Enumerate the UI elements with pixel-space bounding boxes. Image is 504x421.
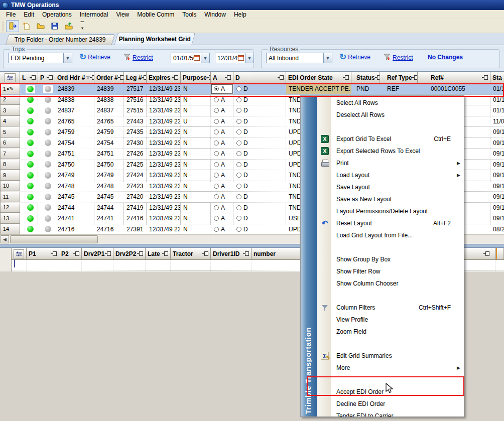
pin-column-icon[interactable] [172,75,178,80]
column-header[interactable]: P2 [59,248,82,260]
menubar-item[interactable]: View [112,11,133,19]
decline-radio[interactable]: D [233,127,286,137]
accept-radio[interactable]: A [211,170,233,181]
decline-radio[interactable]: D [233,192,286,202]
decline-radio[interactable]: D [233,181,286,192]
pin-column-icon[interactable] [202,251,208,256]
pin-column-icon[interactable] [375,75,380,80]
toolbar-overflow-button[interactable]: ▔▾ [79,22,86,30]
row-header[interactable]: 14 [0,224,20,235]
scroll-left-arrow[interactable]: ◀ [1,235,9,243]
decline-radio[interactable]: D [233,170,286,181]
menu-item[interactable]: Save Layout ▶ [317,181,464,193]
decline-radio[interactable]: D [233,224,286,235]
row-header[interactable]: 4 [0,116,20,127]
menu-item[interactable]: Select All Rows ▶ [317,97,464,109]
resources-filter-combo[interactable]: All Inbound▼ [266,53,332,63]
menu-item[interactable]: Column Filters Ctrl+Shift+F ▶ [317,302,464,314]
column-header[interactable]: Leg # ▽ [124,72,147,84]
menu-item[interactable]: Export Selected Rows To Excel ▶ [317,145,464,157]
pin-column-icon[interactable] [243,251,249,256]
column-header[interactable]: P ▽ [38,72,55,84]
menubar-item[interactable]: Operations [38,11,76,19]
trips-filter-combo[interactable]: EDI Pending▼ [8,53,72,63]
accept-radio[interactable]: A [211,105,233,116]
pin-column-icon[interactable] [137,251,143,256]
menubar-item[interactable]: Help [230,11,250,19]
menu-item[interactable]: Load Grid Layout from File... ▶ [317,229,464,241]
pin-column-icon[interactable] [90,75,95,80]
pin-column-icon[interactable] [207,75,211,80]
column-header[interactable]: EDI Order State ▽ [286,72,351,84]
new-row-header[interactable] [12,260,27,270]
pin-column-icon[interactable] [482,75,488,80]
tab-trip-folder[interactable]: Trip Folder - Order Number 24839 [6,34,115,45]
menu-item[interactable]: Export Grid To Excel Ctrl+E ▶ [317,133,464,145]
menubar-item[interactable]: Intermodal [76,11,112,19]
row-header[interactable]: 3 [0,105,20,116]
exit-button[interactable] [6,20,19,32]
row-header[interactable]: 6 [0,138,20,149]
column-header[interactable]: Expires ▽ [147,72,181,84]
column-header[interactable]: Late [146,248,171,260]
resources-retrieve-link[interactable]: Retrieve [348,54,370,61]
trips-retrieve-link[interactable]: Retrieve [88,54,110,61]
pin-column-icon[interactable] [483,251,489,256]
decline-radio[interactable]: D [233,138,286,149]
column-header[interactable]: D ▽ [233,72,286,84]
decline-radio[interactable]: D [233,84,286,94]
pin-column-icon[interactable] [47,75,53,80]
menu-item[interactable]: Decline EDI Order ▶ [317,398,464,410]
column-header[interactable]: Order # ▽ [94,72,124,84]
column-header[interactable]: A ▽ [211,72,233,84]
pin-column-icon[interactable] [142,75,147,80]
row-header[interactable]: 7 [0,149,20,159]
accept-radio[interactable]: A [211,192,233,202]
row-header[interactable]: 1▸✎ [0,84,20,94]
export-button[interactable] [62,20,75,32]
menubar-item[interactable]: Tools [178,11,200,19]
pin-column-icon[interactable] [162,251,168,256]
pin-column-icon[interactable] [118,75,124,80]
menu-item[interactable]: ▶ [317,338,464,350]
row-header[interactable]: 13 [0,213,20,224]
pin-column-icon[interactable] [343,75,349,80]
menu-item[interactable]: View Profile ▶ [317,314,464,326]
menu-item[interactable]: Tender EDI to Carrier ▶ [317,410,464,416]
row-header[interactable]: 11 [0,192,20,202]
menu-item[interactable]: Save as New Layout ▶ [317,193,464,205]
row-header[interactable]: 9 [0,170,20,181]
accept-radio[interactable]: A [211,160,233,170]
grid-customize-button[interactable] [5,73,16,82]
save-button[interactable] [48,20,61,32]
column-header[interactable]: Ord Hdr # ▽ [55,72,94,84]
decline-radio[interactable]: D [233,105,286,116]
column-header[interactable] [496,248,504,260]
column-header[interactable]: Drv2P2 [113,248,146,260]
open-button[interactable] [34,20,47,32]
menu-item[interactable]: Reset Layout Alt+F2 ▶ [317,217,464,229]
accept-radio[interactable]: A [211,149,233,159]
decline-radio[interactable]: D [233,116,286,127]
table-row[interactable]: 1▸✎ 24839 24839 27517 12/31/49 23... N A… [0,84,504,95]
menu-item[interactable]: Edit Grid Summaries ▶ [317,350,464,362]
pin-column-icon[interactable] [225,75,231,80]
row-header[interactable]: 8 [0,160,20,170]
menu-item[interactable]: Show Column Chooser ▶ [317,277,464,290]
accept-radio[interactable]: A [211,224,233,235]
date-from-picker[interactable]: 01/01/50▼ [171,53,210,63]
pin-column-icon[interactable] [51,251,57,256]
decline-radio[interactable]: D [233,213,286,224]
pin-column-icon[interactable] [30,75,36,80]
decline-radio[interactable]: D [233,95,286,105]
column-header[interactable]: P1 [27,248,59,260]
accept-radio[interactable]: A [211,127,233,137]
menubar-item[interactable]: File [2,11,20,19]
menu-item[interactable]: ▶ [317,290,464,302]
column-header[interactable]: Ref# ▽ [418,72,490,84]
accept-radio[interactable]: A [211,116,233,127]
row-header[interactable]: 10 [0,181,20,192]
row-header[interactable]: 2 [0,95,20,105]
menubar-item[interactable]: Mobile Comm [133,11,178,19]
accept-radio[interactable]: A [211,138,233,149]
